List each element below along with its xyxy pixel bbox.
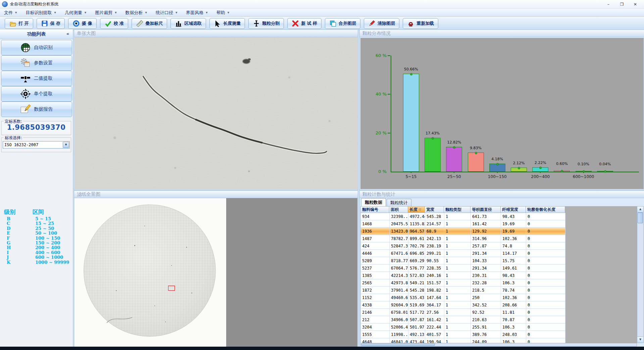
table-row[interactable]: 444667471.63696.85299.211291.34114.170 [361,250,565,257]
sidebar-item-data-report[interactable]: 数据报告 [1,102,72,117]
table-row[interactable]: 155511998...492.13401.571389.76248.030 [361,331,565,338]
merge-layers-button[interactable]: 合并图层 [325,18,360,29]
level-letter: E [4,231,35,236]
sidebar-item-label: 单个提取 [34,91,53,97]
table-cell: 1936 [361,228,390,235]
new-sample-button[interactable]: 新 试 样 [287,18,321,29]
table-row[interactable]: 148778782.78899.61242.131314.96102.360 [361,235,565,242]
bar-1000~99999[interactable] [597,171,613,172]
column-header-0[interactable]: 颗料编号 [360,206,389,213]
microscope-image[interactable] [75,37,357,189]
standard-select[interactable]: ISO 16232-2007 ▼ [3,141,70,149]
table-row[interactable]: 146820475.541135.83214.571161.4219.690 [361,220,565,228]
table-row[interactable]: 138542214.33572.83240.161230.3198.430 [361,272,565,279]
sidebar-item-param-settings[interactable]: 参数设置 [1,55,72,71]
level-range: 50 ~ 100 [35,231,57,236]
menu-item-interface-style[interactable]: 界面风格▼ [186,10,207,16]
menu-item-label: 数据分析 [126,10,143,16]
bar-100~150[interactable] [489,164,505,172]
table-row[interactable]: 21234906.07507.87161.421210.6370.870 [361,316,565,324]
table-row[interactable]: 52898718.77669.2990.551104.3315.750 [361,257,565,265]
bar-5~15[interactable] [403,74,419,172]
minimize-button[interactable]: – [602,0,615,8]
table-row[interactable]: 320452006.48501.97222.441255.91106.30 [361,324,565,331]
overlay-ruler-button[interactable]: 叠加标尺 [132,18,167,29]
column-header-6[interactable]: 纤维宽度 [501,206,526,213]
vertical-scrollbar[interactable]: ▲ ▼ [637,206,644,343]
dropdown-arrow-icon[interactable]: ▼ [63,142,69,148]
table-row[interactable]: 115249460.6535.43147.641250102.360 [361,294,565,301]
camera-button[interactable]: 摄 像 [68,18,97,29]
menu-item-data-analysis[interactable]: 数据分析▼ [126,10,147,16]
close-button[interactable]: ✕ [629,0,642,8]
region-select-button[interactable]: 区域选取 [170,18,206,29]
bar-15~25[interactable] [425,138,441,172]
save-button[interactable]: 保 存 [37,18,65,29]
filter-paper-view[interactable] [75,198,357,347]
column-header-4[interactable]: 颗粒类型 [444,206,470,213]
bar-400~600[interactable] [554,171,570,172]
bar-50~100[interactable] [468,153,484,172]
selection-rectangle[interactable] [168,286,175,291]
table-row[interactable]: 464846841.09473.44190.941244.09106.30 [361,338,565,343]
checkmark-icon [104,20,112,27]
menu-item-statistics-caliber[interactable]: 统计口径▼ [156,10,177,16]
table-row[interactable]: 523767064.76576.77228.351291.34149.610 [361,265,565,272]
open-button[interactable]: 打 开 [5,18,33,29]
table-cell: 74.8 [501,242,526,249]
y-tick-mark [388,94,390,95]
bar-150~200[interactable] [511,168,527,172]
column-header-1[interactable]: 面积 [389,206,408,213]
scroll-down-icon[interactable]: ▼ [637,337,643,343]
sidebar-item-binary-extract[interactable]: 二值提取 [1,71,72,86]
table-row[interactable]: 256542973.84549.21151.571232.28106.30 [361,279,565,287]
column-header-5[interactable]: 等积圆直径 [470,206,501,213]
column-header-7[interactable]: 轮廓骨骼化长度 [526,206,565,213]
floppy-save-icon [41,20,48,27]
table-row[interactable]: 433892604.94519.69364.171342.52208.660 [361,301,565,309]
tab-particle-data[interactable]: 颗粒数据 [361,198,386,206]
menu-item-help[interactable]: 帮助▼ [216,10,229,16]
bar-25~50[interactable] [446,147,462,172]
bar-value-label: 0.10% [578,162,589,166]
table-row[interactable]: 21466758.01517.7227.56192.5211.810 [361,309,565,316]
level-range: 15 ~ 25 [35,221,54,226]
table-cell: 519.69 [408,301,425,308]
bar-top-marker [604,170,606,173]
scroll-up-icon[interactable]: ▲ [637,207,643,213]
reload-button[interactable]: 重新加载 [403,18,438,29]
calibrate-button[interactable]: 校 准 [100,18,129,29]
level-range: 400 ~ 600 [35,250,60,255]
menu-item-geometric-measure[interactable]: 几何测量▼ [65,10,86,16]
table-cell: 129.92 [471,228,501,235]
bar-200~400[interactable] [532,167,548,172]
column-header-2[interactable]: 长度▽ [408,206,425,213]
bar-top-marker [475,152,477,154]
table-cell: 424 [361,242,390,249]
clear-layers-button[interactable]: 清除图层 [364,18,399,29]
sidebar-collapse-button[interactable]: « [65,31,71,37]
menu-item-image-crop[interactable]: 图片裁剪▼ [95,10,116,16]
table-cell: 641.73 [471,213,501,220]
sidebar-item-auto-recognize[interactable]: 自动识别 [1,40,72,55]
table-cell: 1872 [361,287,390,294]
column-header-3[interactable]: 宽度 [425,206,444,213]
table-row[interactable]: 42452847.36702.76238.191257.8774.80 [361,242,565,250]
menu-item-target-recognition-extract[interactable]: 目标识别提取▼ [26,10,56,16]
horizontal-scrollbar[interactable] [360,343,637,346]
tab-particle-stats[interactable]: 颗粒统计 [387,199,411,206]
particle-split-button[interactable]: 颗粒分割 [248,18,284,29]
length-measure-button[interactable]: 长度测量 [209,18,245,29]
menu-item-file[interactable]: 文件▼ [4,10,17,16]
bar-value-label: 2.12% [513,161,525,165]
table-row[interactable]: 193613423.03964.5768.91129.9219.690 [361,228,565,235]
scrollbar-thumb[interactable] [638,213,643,223]
table-cell: 190.94 [425,338,444,343]
sidebar-item-single-extract[interactable]: 单个提取 [1,86,72,102]
table-cell: 1 [444,309,471,316]
table-row[interactable]: 187237901.45545.28198.821218.578.740 [361,287,565,294]
maximize-button[interactable]: ❐ [615,0,629,8]
hscrollbar-thumb[interactable] [361,344,435,346]
table-row[interactable]: 93432398...4972.44545.281641.7398.430 [361,213,565,220]
table-cell: 240.16 [425,272,444,279]
